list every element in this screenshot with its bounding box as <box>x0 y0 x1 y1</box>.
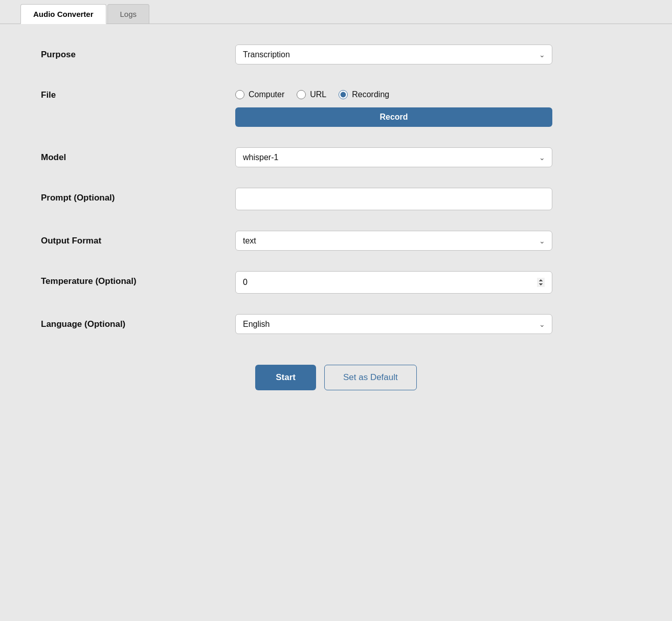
prompt-row: Prompt (Optional) <box>41 188 631 210</box>
language-row: Language (Optional) English Spanish Fren… <box>41 314 631 334</box>
language-select-wrapper: English Spanish French German Chinese Ja… <box>235 314 552 334</box>
language-select[interactable]: English Spanish French German Chinese Ja… <box>235 314 552 334</box>
output-format-control: text json verbose_json srt vtt ⌄ <box>235 231 552 251</box>
model-select[interactable]: whisper-1 <box>235 147 552 167</box>
file-label: File <box>41 85 235 100</box>
app-window: Audio Converter Logs Purpose Transcripti… <box>0 0 672 621</box>
prompt-label: Prompt (Optional) <box>41 188 235 203</box>
purpose-row: Purpose Transcription Translation ⌄ <box>41 45 631 64</box>
radio-url[interactable]: URL <box>297 90 326 99</box>
file-control: Computer URL Recording Record <box>235 85 552 127</box>
language-label: Language (Optional) <box>41 314 235 329</box>
language-control: English Spanish French German Chinese Ja… <box>235 314 552 334</box>
model-control: whisper-1 ⌄ <box>235 147 552 167</box>
bottom-actions: Start Set as Default <box>41 365 631 411</box>
radio-computer-input[interactable] <box>235 90 244 99</box>
start-button[interactable]: Start <box>255 365 316 390</box>
temperature-label: Temperature (Optional) <box>41 271 235 286</box>
output-format-row: Output Format text json verbose_json srt… <box>41 231 631 251</box>
temperature-control <box>235 271 552 294</box>
radio-recording-label: Recording <box>352 90 389 99</box>
record-button[interactable]: Record <box>235 107 552 127</box>
temperature-input[interactable] <box>235 271 552 294</box>
radio-computer-label: Computer <box>249 90 284 99</box>
radio-computer[interactable]: Computer <box>235 90 284 99</box>
file-row: File Computer URL Rec <box>41 85 631 127</box>
tab-audio-converter[interactable]: Audio Converter <box>20 4 106 24</box>
radio-recording-input[interactable] <box>339 90 348 99</box>
purpose-select[interactable]: Transcription Translation <box>235 45 552 64</box>
tab-bar: Audio Converter Logs <box>0 0 672 24</box>
radio-url-label: URL <box>310 90 326 99</box>
model-row: Model whisper-1 ⌄ <box>41 147 631 167</box>
main-content: Purpose Transcription Translation ⌄ File <box>0 24 672 441</box>
model-select-wrapper: whisper-1 ⌄ <box>235 147 552 167</box>
purpose-control: Transcription Translation ⌄ <box>235 45 552 64</box>
tab-logs[interactable]: Logs <box>107 4 150 24</box>
prompt-control <box>235 188 552 210</box>
temperature-row: Temperature (Optional) <box>41 271 631 294</box>
output-format-select[interactable]: text json verbose_json srt vtt <box>235 231 552 251</box>
prompt-input[interactable] <box>235 188 552 210</box>
output-format-label: Output Format <box>41 231 235 246</box>
file-options: Computer URL Recording Record <box>235 85 552 127</box>
file-radio-group: Computer URL Recording <box>235 87 552 99</box>
purpose-select-wrapper: Transcription Translation ⌄ <box>235 45 552 64</box>
radio-recording[interactable]: Recording <box>339 90 389 99</box>
model-label: Model <box>41 147 235 163</box>
radio-url-input[interactable] <box>297 90 306 99</box>
set-default-button[interactable]: Set as Default <box>324 365 417 390</box>
purpose-label: Purpose <box>41 45 235 60</box>
output-format-select-wrapper: text json verbose_json srt vtt ⌄ <box>235 231 552 251</box>
